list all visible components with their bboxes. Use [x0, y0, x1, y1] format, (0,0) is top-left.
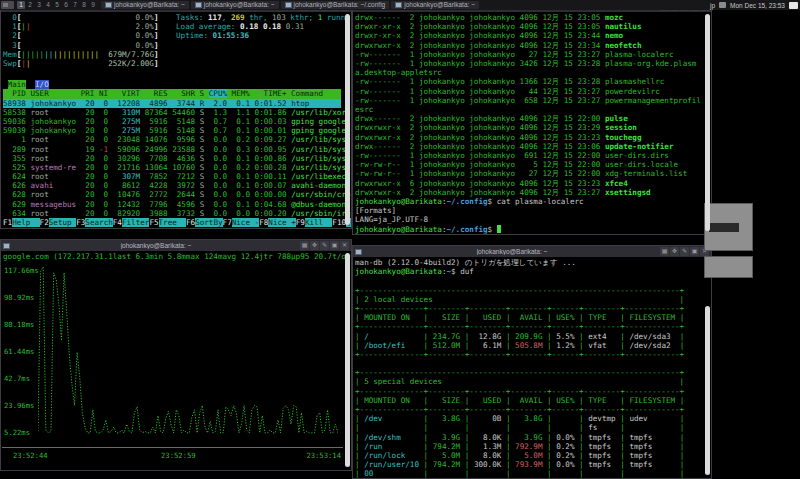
workspace-9[interactable]: 9 [89, 1, 97, 9]
process-row[interactable]: 1 root 20 0 23048 14076 9596 S 0.0 0.2 0… [3, 135, 341, 144]
shade-icon[interactable]: ▣ [330, 241, 339, 250]
y-tick-label: 98.92ms [4, 294, 34, 302]
process-row[interactable]: 59036 johokankyo 20 0 275M 5916 5148 S 0… [3, 117, 341, 126]
move-icon[interactable]: ✥ [310, 241, 319, 250]
x-tick-label: 23:52:59 [161, 451, 196, 460]
shade-icon[interactable]: ▣ [690, 247, 699, 256]
y-tick-label: 80.18ms [4, 321, 34, 329]
show-desktop-icon[interactable] [789, 2, 798, 9]
terminal-window-htop: johokankyo@Barikata: ~ ▦ ✥ ✎ ▣ ✕ 0[ 0.0%… [0, 0, 352, 229]
ls-entry: -rw------- 1 johokankyo johokankyo 1366 … [355, 77, 701, 86]
htop-tabs[interactable]: Main I/O [3, 80, 341, 89]
taskbar-window-button-2[interactable]: johokankyo@Barikata: ~ [191, 1, 279, 9]
prompt-line[interactable]: johokankyo@Barikata:~/.config$ [355, 225, 701, 234]
close-icon[interactable]: ✕ [340, 241, 349, 250]
table-border: +--------------+--------+--------+------… [355, 304, 701, 313]
table-title: | 2 local devices | [355, 295, 701, 304]
ls-entry: -rw------- 1 johokankyo johokankyo 658 1… [355, 96, 701, 114]
process-row[interactable]: 289 root 19 -1 59096 24996 23588 S 0.0 0… [3, 145, 341, 154]
time-axis: 23:52:4423:52:5923:53:14 [1, 451, 343, 460]
cpu-meter: 2[ 0.0%] [3, 31, 159, 40]
workspace-3[interactable]: 3 [35, 1, 43, 9]
latency-chart: 117.66ms98.92ms80.18ms61.44ms42.7ms23.96… [2, 263, 343, 448]
ls-output: drwx------ 2 johokankyo johokankyo 4096 … [353, 12, 711, 234]
gping-chart: google.com (172.217.31.1last 6.3min 5.8m… [1, 251, 351, 470]
scrollbar[interactable] [705, 306, 710, 475]
duf-output: man-db (2.12.0-4build2) のトリガを処理しています ...… [353, 257, 711, 478]
edit-icon[interactable]: ✎ [680, 247, 689, 256]
ls-entry: drwxrwxr-x 6 johokankyo johokankyo 4096 … [355, 179, 701, 188]
device-row: | /boot/efi | 512.0M | 6.1M | 505.8M | 1… [355, 341, 701, 350]
process-row[interactable]: 634 root 20 0 82920 3988 3732 S 0.0 0.0 … [3, 209, 341, 218]
terminal-icon [195, 2, 202, 8]
terminal-window-config: johokankyo@Barikata: ~/.config ▦ ✥ ✎ ▣ ✕… [352, 0, 712, 235]
taskbar-window-button-1[interactable]: johokankyo@Barikata: ~ [101, 1, 189, 9]
scrollbar[interactable] [345, 14, 350, 225]
x-tick-label: 23:53:14 [306, 451, 341, 460]
device-row: | 00 | | | | | | | [355, 469, 701, 478]
titlebar[interactable]: johokankyo@Barikata: ~ ▦ ✥ ✎ ▣ ✕ [1, 240, 351, 251]
process-row[interactable]: 58538 root 20 0 310M 87364 54460 S 1.3 1… [3, 108, 341, 117]
load-average: Load average: 0.18 0.18 0.31 [176, 22, 350, 31]
system-tray: jp Mon Dec 15, 23:53 [710, 2, 798, 9]
titlebar[interactable]: johokankyo@Barikata: ~ ▦ ✥ ✎ ▣ ✕ [353, 246, 711, 257]
clock[interactable]: Mon Dec 15, 23:53 [730, 2, 785, 9]
swap-meter: Swp[|| 252K/2.00G] [3, 59, 159, 68]
workspace-4[interactable]: 4 [44, 1, 52, 9]
x-tick-label: 23:52:44 [13, 451, 48, 460]
process-row[interactable]: 626 avahi 20 0 8612 4228 3972 S 0.0 0.1 … [3, 181, 341, 190]
taskbar-window-button-4[interactable]: johokankyo@Barikata: ~ [391, 1, 479, 9]
process-row[interactable]: 58938 johokankyo 20 0 12208 4896 3744 R … [3, 99, 341, 108]
table-title: | 5 special devices | [355, 377, 701, 386]
ls-entry: drwxrwxr-x 2 johokankyo johokankyo 4096 … [355, 41, 701, 50]
move-icon[interactable]: ✥ [670, 247, 679, 256]
process-row[interactable]: 624 root 20 0 307M 7852 7212 S 0.0 0.1 0… [3, 172, 341, 181]
ls-entry: drwxrwxr-x 2 johokankyo johokankyo 4096 … [355, 133, 701, 142]
scrollbar[interactable] [705, 14, 710, 231]
ls-entry: drwxrwxr-x 2 johokankyo johokankyo 4096 … [355, 123, 701, 132]
edit-icon[interactable]: ✎ [320, 241, 329, 250]
keyboard-layout-indicator[interactable]: jp [710, 2, 715, 9]
process-row[interactable]: 355 root 20 0 30296 7708 4636 S 0.0 0.1 … [3, 154, 341, 163]
gping-header: google.com (172.217.31.1last 6.3min 5.8m… [3, 252, 341, 261]
taskbar-window-button-3[interactable]: johokankyo@Barikata: ~/.config [281, 1, 390, 9]
device-row: | / | 234.7G | 12.8G | 209.9G | 5.5% | e… [355, 332, 701, 341]
ls-entry: drwx------ 2 johokankyo johokankyo 4096 … [355, 142, 701, 151]
text-cursor [497, 225, 502, 233]
table-border: +--------------+--------+--------+------… [355, 405, 701, 414]
widget-bar [709, 223, 739, 232]
workspace-1[interactable]: 1 [17, 1, 25, 9]
workspace-2[interactable]: 2 [26, 1, 34, 9]
process-row[interactable]: 525 systemd-re 20 0 21716 13064 10760 S … [3, 163, 341, 172]
process-row[interactable]: 629 messagebus 20 0 12432 7796 4596 S 0.… [3, 200, 341, 209]
table-border: +---------------------------------------… [355, 368, 701, 377]
y-tick-label: 5.22ms [4, 429, 30, 437]
y-tick-label: 117.66ms [4, 267, 39, 275]
grid-icon[interactable]: ▦ [660, 247, 669, 256]
workspace-8[interactable]: 8 [80, 1, 88, 9]
process-row[interactable]: 628 root 20 0 10476 2772 2644 S 0.0 0.0 … [3, 190, 341, 199]
ls-entry: drwxrwxr-x 2 johokankyo johokankyo 4096 … [355, 188, 701, 197]
process-table-header[interactable]: PID USER PRI NI VIRT RES SHR S CPU% MEM%… [3, 89, 341, 98]
latency-polyline [38, 265, 338, 445]
terminal-icon [3, 243, 10, 249]
device-row: | /run | 794.2M | 1.3M | 792.9M | 0.2% |… [355, 442, 701, 451]
launcher-icon[interactable] [1, 1, 14, 9]
device-row: | /dev/shm | 3.9G | 8.0K | 3.9G | 0.0% |… [355, 433, 701, 442]
table-header-row: | MOUNTED ON | SIZE | USED | AVAIL | USE… [355, 313, 701, 322]
desktop: 123456789 johokankyo@Barikata: ~johokank… [0, 0, 800, 479]
taskbar-window-list: johokankyo@Barikata: ~johokankyo@Barikat… [101, 1, 710, 9]
ls-entry: -rw------- 1 johokankyo johokankyo 44 12… [355, 87, 701, 96]
workspace-6[interactable]: 6 [62, 1, 70, 9]
process-row[interactable]: 59039 johokankyo 20 0 275M 5916 5148 S 0… [3, 126, 341, 135]
notification-icon[interactable] [719, 2, 726, 8]
ls-entry: drwxr-xr-x 2 johokankyo johokankyo 4096 … [355, 31, 701, 40]
workspace-5[interactable]: 5 [53, 1, 61, 9]
scrollbar[interactable] [345, 253, 350, 467]
table-border: +---------------------------------------… [355, 286, 701, 295]
function-key-bar[interactable]: F1Help F2Setup F3SearchF4FilterF5Tree F6… [3, 218, 351, 227]
grid-icon[interactable]: ▦ [300, 241, 309, 250]
workspace-7[interactable]: 7 [71, 1, 79, 9]
device-row: | /dev | 3.8G | 0B | 3.8G | | devtmp | u… [355, 414, 701, 423]
taskbar: 123456789 johokankyo@Barikata: ~johokank… [0, 0, 800, 10]
